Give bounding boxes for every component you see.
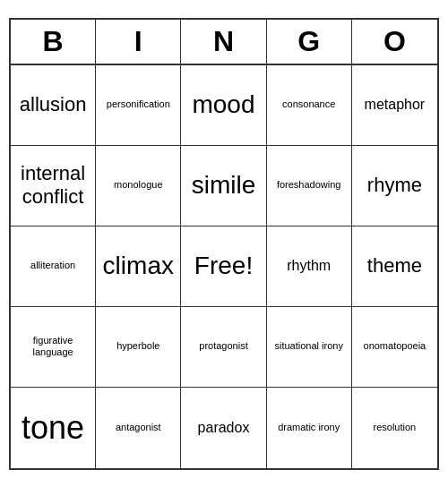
bingo-card: BINGO allusionpersonificationmoodconsona… <box>9 18 439 470</box>
cell-text: Free! <box>194 251 253 281</box>
bingo-header: BINGO <box>11 20 437 65</box>
header-letter-o: O <box>352 20 437 64</box>
bingo-cell: tone <box>11 388 96 468</box>
cell-text: situational irony <box>274 340 342 352</box>
cell-text: rhythm <box>287 257 331 274</box>
cell-text: foreshadowing <box>277 179 341 191</box>
cell-text: tone <box>22 408 84 447</box>
bingo-cell: alliteration <box>11 226 96 307</box>
bingo-cell: internal conflict <box>11 146 96 226</box>
bingo-cell: rhyme <box>352 146 437 226</box>
bingo-cell: paradox <box>181 388 266 468</box>
cell-text: paradox <box>198 419 250 436</box>
cell-text: hyperbole <box>116 340 159 352</box>
bingo-cell: personification <box>96 65 181 146</box>
cell-text: theme <box>367 254 422 278</box>
bingo-cell: antagonist <box>96 388 181 468</box>
bingo-cell: metaphor <box>352 65 437 146</box>
header-letter-b: B <box>11 20 96 64</box>
bingo-cell: protagonist <box>181 307 266 388</box>
bingo-cell: resolution <box>352 388 437 468</box>
bingo-cell: situational irony <box>267 307 352 388</box>
cell-text: resolution <box>374 422 417 433</box>
bingo-cell: hyperbole <box>96 307 181 388</box>
bingo-cell: monologue <box>96 146 181 226</box>
header-letter-n: N <box>181 20 266 64</box>
cell-text: internal conflict <box>14 162 91 209</box>
bingo-cell: rhythm <box>267 226 352 307</box>
bingo-cell: theme <box>352 226 437 307</box>
bingo-cell: onomatopoeia <box>352 307 437 388</box>
bingo-cell: figurative language <box>11 307 96 388</box>
cell-text: alliteration <box>30 260 75 271</box>
cell-text: metaphor <box>365 96 426 113</box>
cell-text: personification <box>107 98 170 110</box>
cell-text: mood <box>192 90 254 120</box>
bingo-cell: Free! <box>181 226 266 307</box>
header-letter-g: G <box>267 20 352 64</box>
bingo-cell: simile <box>181 146 266 226</box>
cell-text: onomatopoeia <box>364 340 426 352</box>
cell-text: climax <box>103 251 174 281</box>
cell-text: allusion <box>20 93 87 116</box>
bingo-cell: foreshadowing <box>267 146 352 226</box>
bingo-grid: allusionpersonificationmoodconsonancemet… <box>11 65 437 468</box>
cell-text: protagonist <box>199 340 247 352</box>
cell-text: rhyme <box>367 174 422 197</box>
cell-text: antagonist <box>116 422 161 433</box>
bingo-cell: mood <box>181 65 266 146</box>
cell-text: consonance <box>282 98 335 110</box>
bingo-cell: dramatic irony <box>267 388 352 468</box>
cell-text: monologue <box>114 179 162 191</box>
cell-text: simile <box>192 170 256 201</box>
cell-text: dramatic irony <box>278 422 340 433</box>
cell-text: figurative language <box>14 335 91 358</box>
bingo-cell: climax <box>96 226 181 307</box>
bingo-cell: allusion <box>11 65 96 146</box>
bingo-cell: consonance <box>267 65 352 146</box>
header-letter-i: I <box>96 20 181 64</box>
